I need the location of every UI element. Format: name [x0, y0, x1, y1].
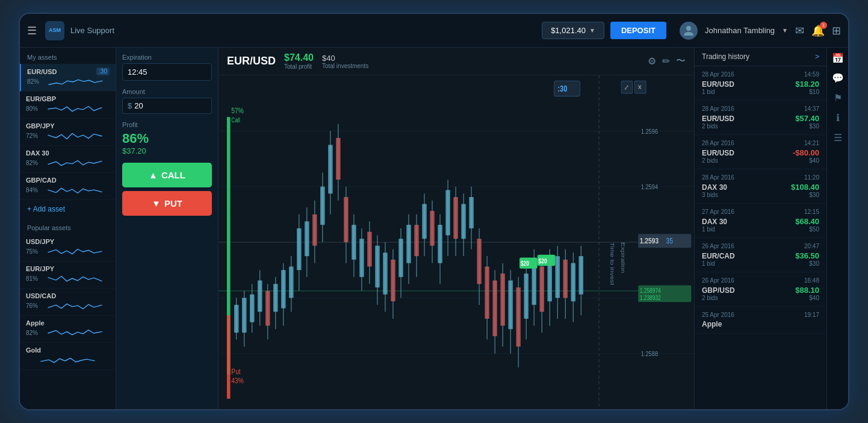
chart-total-profit-label: Total profit: [284, 63, 314, 70]
balance-dropdown-arrow: ▼: [589, 27, 595, 34]
asset-item-apple[interactable]: Apple 82%: [20, 316, 116, 343]
history-expand-arrow[interactable]: >: [815, 52, 819, 61]
history-time: 16:48: [804, 277, 819, 284]
svg-rect-59: [414, 225, 418, 256]
history-header: Trading history >: [695, 48, 826, 66]
asset-item-eurjpy[interactable]: EUR/JPY 81%: [20, 262, 116, 289]
asset-item-eurgbp[interactable]: EUR/GBP 80%: [20, 92, 116, 119]
history-item-5[interactable]: 27 Apr 2016 12:15 DAX 30 1 bid $68.40 $5…: [695, 204, 826, 238]
svg-rect-25: [281, 270, 285, 308]
history-item-8[interactable]: 25 Apr 2016 19:17 Apple: [695, 307, 826, 334]
balance-button[interactable]: $1,021.40 ▼: [542, 22, 604, 39]
svg-rect-65: [438, 225, 442, 263]
expiration-input[interactable]: [122, 63, 212, 81]
header-right: Johnathan Tambling ▼ ✉ 🔔1 ⊞: [680, 22, 841, 40]
history-profit: -$80.00: [793, 148, 819, 157]
svg-rect-99: [571, 263, 575, 301]
chat-icon[interactable]: 💬: [832, 72, 844, 84]
history-item-3[interactable]: 28 Apr 2016 14:21 EUR/USD 2 bids -$80.00…: [695, 135, 826, 169]
messages-icon[interactable]: ✉: [795, 24, 804, 37]
history-pair: DAX 30: [702, 183, 727, 192]
history-profit: $68.40: [795, 217, 819, 226]
chart-total-profit: $74.40: [284, 52, 314, 63]
history-pair: GBP/USD: [702, 286, 735, 295]
user-name[interactable]: Johnathan Tambling: [705, 26, 775, 35]
notifications-icon[interactable]: 🔔1: [811, 24, 825, 37]
add-asset-button[interactable]: + Add asset: [20, 200, 116, 218]
deposit-button[interactable]: DEPOSIT: [610, 22, 666, 39]
history-pair: DAX 30: [702, 218, 727, 226]
svg-rect-83: [508, 280, 512, 329]
amount-input-wrapper: $: [122, 98, 212, 114]
svg-rect-61: [422, 204, 426, 239]
svg-rect-63: [430, 211, 434, 246]
svg-rect-11: [227, 315, 231, 399]
svg-rect-85: [516, 287, 520, 346]
history-date: 27 Apr 2016: [702, 208, 734, 215]
history-profit: $18.20: [795, 80, 819, 89]
svg-text:✕: ✕: [637, 84, 642, 91]
chart-invest-block: $40 Total investments: [322, 54, 368, 69]
asset-name: Apple: [26, 319, 45, 327]
draw-icon[interactable]: ✏: [662, 55, 670, 67]
svg-rect-35: [320, 187, 324, 225]
balance-value: $1,021.40: [551, 26, 586, 35]
asset-item-gbpcad[interactable]: GBP/CAD 84%: [20, 173, 116, 200]
history-item-4[interactable]: 28 Apr 2016 11:20 DAX 30 3 bids $108.40 …: [695, 169, 826, 204]
history-date: 28 Apr 2016: [702, 174, 734, 181]
history-profit: $88.10: [795, 286, 819, 295]
call-button[interactable]: ▲ CALL: [122, 163, 212, 187]
svg-rect-51: [383, 252, 387, 294]
chart-total-invest: $40: [322, 54, 368, 63]
asset-item-eurusd[interactable]: EUR/USD :30 82%: [20, 64, 116, 92]
history-pair: EUR/USD: [702, 149, 734, 157]
history-item-1[interactable]: 28 Apr 2016 14:59 EUR/USD 1 bid $18.20 $…: [695, 66, 826, 101]
amount-input[interactable]: [134, 101, 170, 110]
asset-item-usdjpy[interactable]: USD/JPY 75%: [20, 234, 116, 262]
asset-pct: 76%: [26, 302, 38, 309]
put-label: PUT: [164, 198, 182, 208]
history-profit: $36.50: [795, 251, 819, 260]
history-item-2[interactable]: 28 Apr 2016 14:37 EUR/USD 2 bids $57.40 …: [695, 101, 826, 135]
svg-rect-91: [539, 266, 544, 312]
profit-pct: 86%: [122, 131, 212, 146]
trade-panel: Expiration Amount $ Profit 86% $37.20 ▲ …: [116, 48, 219, 409]
trading-history-panel: Trading history > 28 Apr 2016 14:59 EUR/…: [694, 48, 826, 409]
history-time: 14:37: [804, 105, 819, 112]
asset-item-gold[interactable]: Gold: [20, 343, 116, 370]
asset-item-gbpjpy[interactable]: GBP/JPY 72%: [20, 119, 116, 146]
chart-total-invest-label: Total investments: [322, 63, 368, 69]
svg-rect-13: [234, 305, 238, 333]
logo-text: ASM: [49, 28, 61, 34]
svg-rect-31: [305, 221, 309, 256]
history-date: 25 Apr 2016: [702, 312, 734, 318]
asset-pct: 81%: [26, 275, 38, 282]
asset-pct: 84%: [26, 187, 38, 193]
account-icon[interactable]: ⊞: [832, 24, 841, 37]
history-time: 14:21: [804, 140, 819, 146]
wave-icon[interactable]: 〜: [676, 55, 686, 67]
history-item-6[interactable]: 26 Apr 2016 20:47 EUR/CAD 1 bid $36.50 $…: [695, 238, 826, 272]
history-title: Trading history: [702, 52, 749, 61]
call-arrow-icon: ▲: [149, 170, 158, 180]
indicators-icon[interactable]: ⚙: [648, 55, 656, 67]
chart-body: 57% Call Put 43% $20 $20 1.2596 1.2594 1…: [219, 75, 694, 409]
asset-item-dax30[interactable]: DAX 30 82%: [20, 146, 116, 173]
calendar-icon[interactable]: 📅: [832, 52, 844, 64]
chart-header: EUR/USD $74.40 Total profit $40 Total in…: [219, 48, 694, 75]
svg-rect-23: [273, 284, 277, 312]
info-icon[interactable]: ℹ: [836, 112, 840, 124]
svg-text:1.2596: 1.2596: [641, 128, 659, 135]
expiration-label: Expiration: [122, 54, 212, 61]
put-button[interactable]: ▼ PUT: [122, 191, 212, 216]
chart-area: EUR/USD $74.40 Total profit $40 Total in…: [219, 48, 694, 409]
user-dropdown-arrow[interactable]: ▼: [782, 27, 788, 34]
svg-rect-101: [579, 256, 583, 294]
flag-icon[interactable]: ⚑: [834, 92, 842, 104]
history-item-7[interactable]: 26 Apr 2016 16:48 GBP/USD 2 bids $88.10 …: [695, 272, 826, 307]
menu-icon[interactable]: ☰: [834, 132, 842, 143]
svg-rect-19: [258, 280, 262, 312]
asset-item-usdcad[interactable]: USD/CAD 76%: [20, 289, 116, 316]
hamburger-icon[interactable]: ☰: [27, 24, 37, 37]
history-date: 26 Apr 2016: [702, 277, 734, 284]
